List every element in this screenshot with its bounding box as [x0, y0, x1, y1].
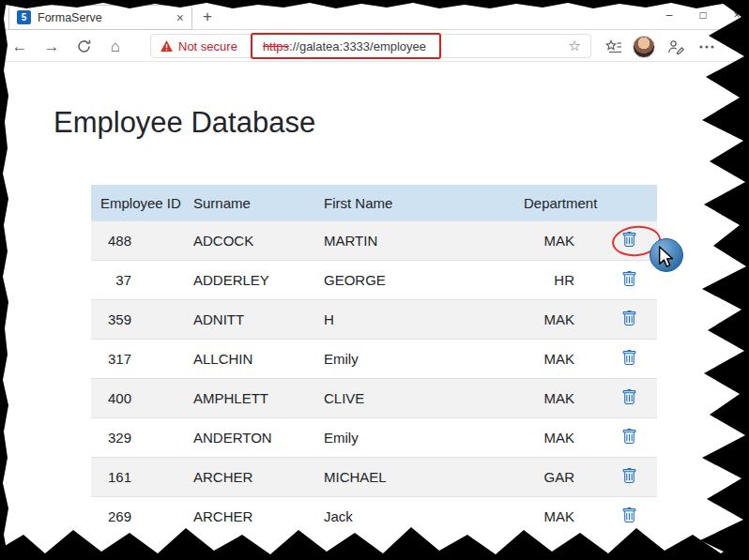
- cell-employee-id: 359: [91, 299, 184, 339]
- cell-actions: [601, 457, 657, 496]
- browser-toolbar: ← → ⌂ Not secure https://galatea:3333/em…: [0, 31, 749, 62]
- table-row: 37 ADDERLEY GEORGE HR: [91, 260, 657, 299]
- delete-row-button[interactable]: [618, 387, 641, 410]
- cell-first-name: Jack: [314, 496, 514, 536]
- favorites-icon[interactable]: [600, 31, 628, 62]
- cell-employee-id: 269: [91, 496, 184, 536]
- table-row: 161 ARCHER MICHAEL GAR: [91, 457, 657, 496]
- table-row: 329 ANDERTON Emily MAK: [91, 417, 657, 457]
- col-header-employee-id: Employee ID: [91, 185, 184, 220]
- not-secure-label: Not secure: [178, 39, 237, 53]
- profile-avatar[interactable]: [630, 31, 658, 62]
- trash-icon: [621, 389, 637, 405]
- cell-department: MAK: [514, 299, 601, 339]
- new-tab-button[interactable]: +: [203, 8, 212, 26]
- not-secure-warning-icon: [160, 40, 173, 52]
- col-header-department: Department: [514, 185, 601, 220]
- tab-close-icon[interactable]: ×: [176, 11, 184, 24]
- cell-first-name: H: [314, 299, 514, 339]
- table-row: 269 ARCHER Jack MAK: [91, 496, 657, 536]
- table-row: 317 ALLCHIN Emily MAK: [91, 339, 657, 378]
- cell-actions: [601, 220, 657, 260]
- page-content: Employee Database Employee ID Surname Fi…: [0, 62, 749, 560]
- close-button[interactable]: ×: [730, 8, 743, 22]
- trash-icon: [621, 232, 637, 248]
- cell-employee-id: 161: [91, 457, 184, 496]
- cell-surname: ARCHER: [184, 457, 314, 496]
- tab-title: FormaServe: [38, 11, 170, 24]
- delete-row-button[interactable]: [618, 506, 641, 528]
- delete-row-button[interactable]: [618, 348, 641, 371]
- avatar-photo: [633, 36, 655, 58]
- table-row: 400 AMPHLETT CLIVE MAK: [91, 378, 657, 417]
- cell-surname: AMPHLETT: [184, 378, 314, 417]
- cell-department: MAK: [514, 220, 601, 260]
- cell-actions: [601, 339, 657, 378]
- cell-surname: ADNITT: [184, 299, 314, 339]
- cell-actions: [601, 260, 657, 299]
- table-row: 488 ADCOCK MARTIN MAK: [91, 220, 657, 260]
- browser-window: 5 FormaServe × + – □ × ← → ⌂: [0, 0, 749, 560]
- url-rest: ://galatea:3333/employee: [289, 39, 426, 53]
- url-scheme: https: [263, 39, 289, 53]
- trash-icon: [621, 350, 637, 366]
- cell-department: GAR: [514, 457, 601, 496]
- forward-icon[interactable]: →: [39, 31, 64, 62]
- cell-surname: ADCOCK: [184, 220, 314, 260]
- cell-employee-id: 329: [91, 417, 184, 457]
- page-title: Employee Database: [54, 106, 749, 140]
- browser-tab[interactable]: 5 FormaServe ×: [8, 5, 192, 30]
- col-header-surname: Surname: [184, 185, 314, 220]
- trash-icon: [621, 271, 637, 287]
- cell-department: MAK: [514, 339, 601, 378]
- back-icon[interactable]: ←: [8, 31, 32, 62]
- cell-actions: [601, 299, 657, 339]
- delete-row-button[interactable]: [618, 466, 641, 489]
- cell-department: MAK: [514, 378, 601, 417]
- cell-actions: [601, 496, 657, 536]
- browser-titlebar: 5 FormaServe × + – □ ×: [0, 0, 749, 30]
- cell-employee-id: 317: [91, 339, 184, 378]
- cell-actions: [601, 378, 657, 417]
- minimize-button[interactable]: –: [663, 8, 676, 22]
- table-header-row: Employee ID Surname First Name Departmen…: [91, 185, 657, 220]
- cell-first-name: MICHAEL: [314, 457, 514, 496]
- cell-surname: ADDERLEY: [184, 260, 314, 299]
- tab-favicon-icon: 5: [17, 10, 31, 24]
- refresh-icon[interactable]: [71, 31, 96, 62]
- trash-icon: [621, 310, 637, 326]
- cell-first-name: GEORGE: [314, 260, 514, 299]
- trash-icon: [621, 507, 637, 523]
- cell-surname: ANDERTON: [184, 417, 314, 457]
- trash-icon: [621, 429, 637, 445]
- trash-icon: [621, 468, 637, 484]
- window-controls: – □ ×: [663, 0, 743, 30]
- url-text: https://galatea:3333/employee: [263, 39, 426, 53]
- table-row: 359 ADNITT H MAK: [91, 299, 657, 339]
- delete-row-button[interactable]: [618, 269, 641, 292]
- cell-first-name: MARTIN: [314, 220, 514, 260]
- delete-row-button[interactable]: [618, 309, 641, 331]
- cell-department: HR: [514, 260, 601, 299]
- feedback-icon[interactable]: [662, 31, 690, 62]
- delete-row-button[interactable]: [618, 427, 641, 449]
- cell-first-name: CLIVE: [314, 378, 514, 417]
- cell-employee-id: 488: [91, 220, 184, 260]
- settings-ellipsis-icon[interactable]: [693, 31, 721, 62]
- cell-surname: ALLCHIN: [184, 339, 314, 378]
- col-header-actions: [601, 185, 657, 220]
- address-bar[interactable]: Not secure https://galatea:3333/employee…: [150, 34, 591, 58]
- employee-table: Employee ID Surname First Name Departmen…: [91, 185, 657, 536]
- col-header-first-name: First Name: [314, 185, 514, 220]
- cell-first-name: Emily: [314, 339, 514, 378]
- cell-employee-id: 400: [91, 378, 184, 417]
- cell-actions: [601, 417, 657, 457]
- maximize-button[interactable]: □: [696, 8, 710, 22]
- bookmark-star-icon[interactable]: ☆: [569, 38, 581, 54]
- cell-first-name: Emily: [314, 417, 514, 457]
- cell-department: MAK: [514, 417, 601, 457]
- cell-surname: ARCHER: [184, 496, 314, 536]
- home-icon[interactable]: ⌂: [103, 31, 128, 62]
- delete-row-button[interactable]: [618, 230, 641, 252]
- cell-employee-id: 37: [91, 260, 184, 299]
